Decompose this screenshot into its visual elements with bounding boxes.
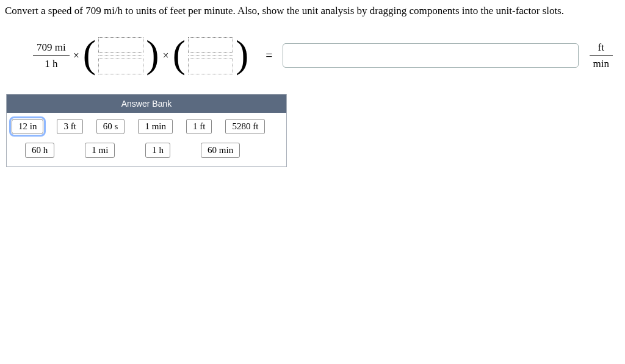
bank-chip[interactable]: 1 ft <box>186 119 212 134</box>
answer-bank: Answer Bank 12 in 3 ft 60 s 1 min 1 ft 5… <box>6 94 287 167</box>
result-unit-denominator: min <box>590 57 613 70</box>
factor-1 <box>98 37 143 74</box>
close-paren-1: ) <box>146 37 159 72</box>
answer-input[interactable] <box>283 43 579 68</box>
given-numerator: 709 mi <box>33 41 70 54</box>
times-sign-1: × <box>73 49 79 62</box>
answer-bank-title: Answer Bank <box>7 95 286 113</box>
expression-row: 709 mi 1 h × ( ) × ( ) = ft min <box>0 19 625 87</box>
factor-2 <box>188 37 233 74</box>
bank-chip[interactable]: 60 h <box>25 143 54 158</box>
bank-chip[interactable]: 3 ft <box>57 119 82 134</box>
bank-chip[interactable]: 1 mi <box>85 143 115 158</box>
equals-sign: = <box>266 49 272 63</box>
result-unit-numerator: ft <box>594 41 608 54</box>
bank-chip[interactable]: 60 min <box>201 143 240 158</box>
bank-chip[interactable]: 12 in <box>12 119 43 134</box>
bank-row-1: 12 in 3 ft 60 s 1 min 1 ft 5280 ft <box>12 119 281 134</box>
open-paren-2: ( <box>173 37 186 72</box>
close-paren-2: ) <box>236 37 248 72</box>
factor-1-numerator-slot[interactable] <box>98 37 143 53</box>
factor-2-numerator-slot[interactable] <box>188 37 233 53</box>
given-denominator: 1 h <box>41 57 61 70</box>
factor-2-denominator-slot[interactable] <box>188 59 233 74</box>
bank-chip[interactable]: 1 min <box>138 119 173 134</box>
bank-chip[interactable]: 5280 ft <box>225 119 265 134</box>
bank-row-2: 60 h 1 mi 1 h 60 min <box>12 143 281 158</box>
bank-chip[interactable]: 1 h <box>145 143 170 158</box>
open-paren-1: ( <box>83 37 96 72</box>
given-fraction: 709 mi 1 h <box>33 41 70 70</box>
bank-chip[interactable]: 60 s <box>96 119 125 134</box>
result-unit: ft min <box>590 41 613 70</box>
question-text: Convert a speed of 709 mi/h to units of … <box>0 0 625 19</box>
times-sign-2: × <box>162 49 168 62</box>
factor-1-denominator-slot[interactable] <box>98 59 143 74</box>
